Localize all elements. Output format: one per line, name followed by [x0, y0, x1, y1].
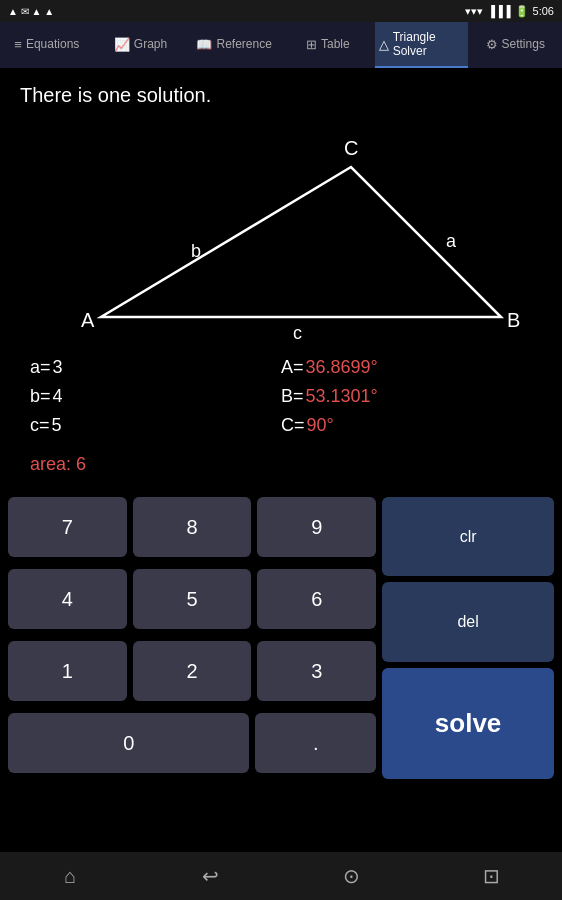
nav-menu-btn[interactable]: ⊙ — [321, 856, 381, 896]
status-icons-right: ▾▾▾ ▐▐▐ 🔋 5:06 — [465, 5, 554, 18]
wifi-icon: ▾▾▾ — [465, 5, 483, 18]
btn-2[interactable]: 2 — [133, 641, 252, 701]
btn-clr[interactable]: clr — [382, 497, 554, 576]
btn-1[interactable]: 1 — [8, 641, 127, 701]
result-b-label: b= — [30, 386, 51, 407]
result-B-value: 53.1301° — [306, 386, 378, 407]
result-b-value: 4 — [53, 386, 63, 407]
svg-text:b: b — [191, 241, 201, 261]
svg-text:C: C — [344, 137, 358, 159]
result-b: b= 4 — [30, 386, 281, 407]
calc-row-123: 1 2 3 — [8, 641, 376, 701]
calc-grid: 7 8 9 4 5 6 1 2 3 0 . clr — [8, 497, 554, 779]
btn-8[interactable]: 8 — [133, 497, 252, 557]
btn-del[interactable]: del — [382, 582, 554, 661]
tab-triangle-label: Triangle Solver — [393, 30, 465, 58]
btn-dot[interactable]: . — [255, 713, 376, 773]
btn-0[interactable]: 0 — [8, 713, 249, 773]
signal-icon: ▐▐▐ — [487, 5, 510, 17]
nav-back-btn[interactable]: ↩ — [181, 856, 241, 896]
tab-reference-label: Reference — [216, 37, 271, 51]
tab-settings[interactable]: ⚙ Settings — [468, 22, 562, 68]
result-B-label: B= — [281, 386, 304, 407]
status-bar: ▲ ✉ ▲ ▲ ▾▾▾ ▐▐▐ 🔋 5:06 — [0, 0, 562, 22]
triangle-svg: A B C b a c — [20, 117, 542, 347]
calc-row-0dot: 0 . — [8, 713, 376, 773]
clock: 5:06 — [533, 5, 554, 17]
calc-row-456: 4 5 6 — [8, 569, 376, 629]
result-A-label: A= — [281, 357, 304, 378]
graph-icon: 📈 — [114, 37, 130, 52]
calculator: 7 8 9 4 5 6 1 2 3 0 . clr — [0, 497, 562, 779]
tab-settings-label: Settings — [502, 37, 545, 51]
result-c-label: c= — [30, 415, 50, 436]
solution-text: There is one solution. — [20, 84, 542, 107]
table-icon: ⊞ — [306, 37, 317, 52]
calc-row-789: 7 8 9 — [8, 497, 376, 557]
battery-icon: 🔋 — [515, 5, 529, 18]
area-result: area: 6 — [20, 454, 542, 475]
results-left: a= 3 b= 4 c= 5 — [30, 357, 281, 444]
home-icon: ⌂ — [64, 865, 76, 888]
btn-7[interactable]: 7 — [8, 497, 127, 557]
notification-icons: ▲ ✉ ▲ ▲ — [8, 6, 54, 17]
result-a-label: a= — [30, 357, 51, 378]
tab-triangle-solver[interactable]: △ Triangle Solver — [375, 22, 469, 68]
tab-graph-label: Graph — [134, 37, 167, 51]
calc-digits: 7 8 9 4 5 6 1 2 3 0 . — [8, 497, 376, 779]
status-icons-left: ▲ ✉ ▲ ▲ — [8, 6, 54, 17]
result-a: a= 3 — [30, 357, 281, 378]
calc-special: clr del solve — [382, 497, 554, 779]
svg-text:c: c — [293, 323, 302, 343]
tab-table[interactable]: ⊞ Table — [281, 22, 375, 68]
tab-bar: ≡ Equations 📈 Graph 📖 Reference ⊞ Table … — [0, 22, 562, 68]
main-content: There is one solution. A B C b a c a= 3 — [0, 68, 562, 497]
result-c: c= 5 — [30, 415, 281, 436]
result-A: A= 36.8699° — [281, 357, 532, 378]
result-A-value: 36.8699° — [306, 357, 378, 378]
results-right: A= 36.8699° B= 53.1301° C= 90° — [281, 357, 532, 444]
recent-icon: ⊡ — [483, 864, 500, 888]
tab-table-label: Table — [321, 37, 350, 51]
btn-4[interactable]: 4 — [8, 569, 127, 629]
settings-icon: ⚙ — [486, 37, 498, 52]
btn-solve[interactable]: solve — [382, 668, 554, 779]
btn-5[interactable]: 5 — [133, 569, 252, 629]
svg-text:A: A — [81, 309, 95, 331]
btn-9[interactable]: 9 — [257, 497, 376, 557]
tab-graph[interactable]: 📈 Graph — [94, 22, 188, 68]
result-C-label: C= — [281, 415, 305, 436]
result-a-value: 3 — [53, 357, 63, 378]
bottom-nav: ⌂ ↩ ⊙ ⊡ — [0, 852, 562, 900]
results-section: a= 3 b= 4 c= 5 A= 36.8699° B= 53.1301° — [20, 357, 542, 444]
tab-equations[interactable]: ≡ Equations — [0, 22, 94, 68]
svg-marker-0 — [101, 167, 501, 317]
tab-reference[interactable]: 📖 Reference — [187, 22, 281, 68]
btn-6[interactable]: 6 — [257, 569, 376, 629]
back-icon: ↩ — [202, 864, 219, 888]
result-c-value: 5 — [52, 415, 62, 436]
reference-icon: 📖 — [196, 37, 212, 52]
result-C: C= 90° — [281, 415, 532, 436]
btn-3[interactable]: 3 — [257, 641, 376, 701]
nav-recent-btn[interactable]: ⊡ — [462, 856, 522, 896]
svg-text:B: B — [507, 309, 520, 331]
result-C-value: 90° — [307, 415, 334, 436]
nav-home-btn[interactable]: ⌂ — [40, 856, 100, 896]
result-B: B= 53.1301° — [281, 386, 532, 407]
svg-text:a: a — [446, 231, 457, 251]
equations-icon: ≡ — [14, 37, 22, 52]
menu-icon: ⊙ — [343, 864, 360, 888]
triangle-icon: △ — [379, 37, 389, 52]
tab-equations-label: Equations — [26, 37, 79, 51]
triangle-diagram: A B C b a c — [20, 117, 542, 347]
